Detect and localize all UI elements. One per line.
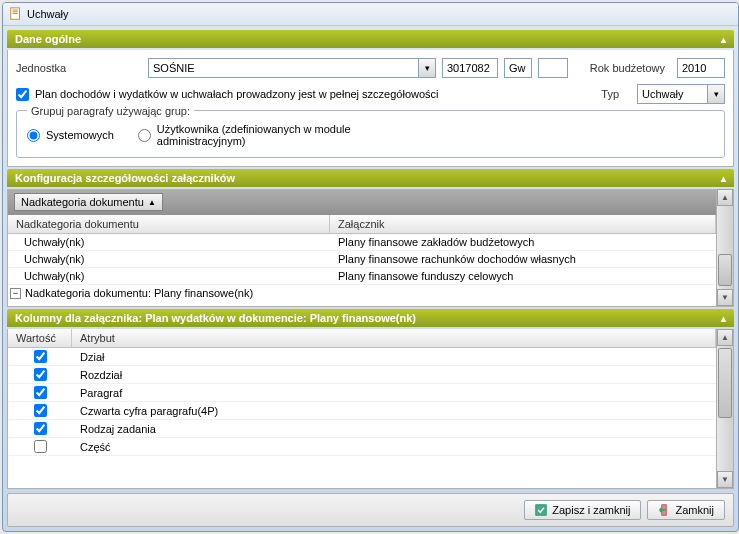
- close-icon: [658, 504, 670, 516]
- typ-input[interactable]: [637, 84, 707, 104]
- row-checkbox[interactable]: [34, 440, 47, 453]
- chevron-up-icon: ▴: [721, 34, 726, 45]
- svg-rect-4: [536, 505, 547, 516]
- table-row[interactable]: Rozdział: [8, 366, 716, 384]
- cell-attr: Rozdział: [72, 367, 716, 383]
- scroll-thumb[interactable]: [718, 254, 732, 286]
- cell-attr: Dział: [72, 349, 716, 365]
- chevron-up-icon: ▴: [721, 173, 726, 184]
- cell-nk: Uchwały(nk): [24, 270, 330, 282]
- footer: Zapisz i zamknij Zamknij: [7, 493, 734, 527]
- config-columns-header: Nadkategoria dokumentu Załącznik: [8, 215, 716, 234]
- radio-uzytkownika[interactable]: [138, 129, 151, 142]
- cell-nk: Uchwały(nk): [24, 253, 330, 265]
- scroll-thumb[interactable]: [718, 348, 732, 418]
- cell-attr: Czwarta cyfra paragrafu(4P): [72, 403, 716, 419]
- scroll-up-button[interactable]: ▲: [717, 329, 733, 346]
- config-rows: Uchwały(nk) Plany finansowe zakładów bud…: [8, 234, 716, 306]
- num3-input[interactable]: [538, 58, 568, 78]
- num1-input[interactable]: [442, 58, 498, 78]
- jednostka-dropdown-button[interactable]: ▾: [418, 58, 436, 78]
- cell-attr: Paragraf: [72, 385, 716, 401]
- collapse-icon[interactable]: −: [10, 288, 21, 299]
- group-row[interactable]: − Nadkategoria dokumentu: Plany finansow…: [8, 285, 716, 301]
- group-fieldset: Grupuj paragrafy używając grup: Systemow…: [16, 110, 725, 158]
- col-header-atrybut[interactable]: Atrybut: [72, 329, 716, 347]
- col-header-nadkategoria[interactable]: Nadkategoria dokumentu: [8, 215, 330, 233]
- sort-asc-icon: ▲: [148, 198, 156, 207]
- columns-grid: Wartość Atrybut Dział Rozdział Paragraf …: [7, 329, 734, 489]
- document-icon: [9, 7, 23, 21]
- cell-attr: Rodzaj zadania: [72, 421, 716, 437]
- group-by-bar[interactable]: Nadkategoria dokumentu ▲: [8, 189, 716, 215]
- scrollbar[interactable]: ▲ ▼: [716, 329, 733, 488]
- section-header-config[interactable]: Konfiguracja szczegółowości załączników …: [7, 169, 734, 187]
- chevron-up-icon: ▴: [721, 313, 726, 324]
- table-row[interactable]: Uchwały(nk) Plany finansowe rachunków do…: [8, 251, 716, 268]
- row-checkbox[interactable]: [34, 404, 47, 417]
- row-checkbox[interactable]: [34, 350, 47, 363]
- group-pill[interactable]: Nadkategoria dokumentu ▲: [14, 193, 163, 211]
- fieldset-legend: Grupuj paragrafy używając grup:: [27, 105, 194, 117]
- section-title-columns: Kolumny dla załącznika: Plan wydatków w …: [15, 312, 416, 324]
- num2-input[interactable]: [504, 58, 532, 78]
- jednostka-input[interactable]: [148, 58, 418, 78]
- col-header-zalacznik[interactable]: Załącznik: [330, 215, 716, 233]
- window: Uchwały Dane ogólne ▴ Jednostka ▾ Rok bu…: [2, 2, 739, 532]
- label-typ: Typ: [601, 88, 619, 100]
- cell-attr: Część: [72, 439, 716, 455]
- section-title-config: Konfiguracja szczegółowości załączników: [15, 172, 235, 184]
- save-icon: [535, 504, 547, 516]
- cell-nk: Uchwały(nk): [24, 236, 330, 248]
- table-row[interactable]: Część: [8, 438, 716, 456]
- scroll-up-button[interactable]: ▲: [717, 189, 733, 206]
- row-checkbox[interactable]: [34, 386, 47, 399]
- scroll-track[interactable]: [717, 346, 733, 471]
- group-row-label: Nadkategoria dokumentu: Plany finansowe(…: [25, 287, 253, 299]
- rok-input[interactable]: [677, 58, 725, 78]
- plan-checkbox-label: Plan dochodów i wydatków w uchwałach pro…: [35, 88, 439, 100]
- radio-uzytkownika-label: Użytkownika (zdefiniowanych w module adm…: [157, 123, 377, 147]
- table-row[interactable]: Dział: [8, 348, 716, 366]
- row-checkbox[interactable]: [34, 422, 47, 435]
- group-pill-label: Nadkategoria dokumentu: [21, 196, 144, 208]
- table-row[interactable]: Uchwały(nk) Plany finansowe funduszy cel…: [8, 268, 716, 285]
- svg-rect-1: [13, 10, 18, 11]
- label-rok: Rok budżetowy: [590, 62, 665, 74]
- section-header-general[interactable]: Dane ogólne ▴: [7, 30, 734, 48]
- section-body-general: Jednostka ▾ Rok budżetowy Plan dochodów …: [7, 50, 734, 167]
- section-header-columns[interactable]: Kolumny dla załącznika: Plan wydatków w …: [7, 309, 734, 327]
- close-button[interactable]: Zamknij: [647, 500, 725, 520]
- scroll-down-button[interactable]: ▼: [717, 471, 733, 488]
- scrollbar[interactable]: ▲ ▼: [716, 189, 733, 306]
- columns-header: Wartość Atrybut: [8, 329, 716, 348]
- config-grid: Nadkategoria dokumentu ▲ Nadkategoria do…: [7, 189, 734, 307]
- cell-zl: Plany finansowe zakładów budżetowych: [330, 236, 716, 248]
- table-row[interactable]: Uchwały(nk) Plany finansowe zakładów bud…: [8, 234, 716, 251]
- typ-dropdown[interactable]: ▾: [637, 84, 725, 104]
- save-and-close-button[interactable]: Zapisz i zamknij: [524, 500, 641, 520]
- radio-systemowych-label: Systemowych: [46, 129, 114, 141]
- jednostka-dropdown[interactable]: ▾: [148, 58, 436, 78]
- radio-systemowych[interactable]: [27, 129, 40, 142]
- scroll-down-button[interactable]: ▼: [717, 289, 733, 306]
- svg-rect-2: [13, 11, 18, 12]
- columns-rows: Dział Rozdział Paragraf Czwarta cyfra pa…: [8, 348, 716, 456]
- section-title-general: Dane ogólne: [15, 33, 81, 45]
- close-button-label: Zamknij: [675, 504, 714, 516]
- row-checkbox[interactable]: [34, 368, 47, 381]
- cell-zl: Plany finansowe rachunków dochodów własn…: [330, 253, 716, 265]
- cell-zl: Plany finansowe funduszy celowych: [330, 270, 716, 282]
- label-jednostka: Jednostka: [16, 62, 142, 74]
- titlebar: Uchwały: [3, 3, 738, 26]
- typ-dropdown-button[interactable]: ▾: [707, 84, 725, 104]
- table-row[interactable]: Czwarta cyfra paragrafu(4P): [8, 402, 716, 420]
- content: Dane ogólne ▴ Jednostka ▾ Rok budżetowy: [3, 26, 738, 489]
- save-button-label: Zapisz i zamknij: [552, 504, 630, 516]
- scroll-track[interactable]: [717, 206, 733, 289]
- table-row[interactable]: Rodzaj zadania: [8, 420, 716, 438]
- col-header-wartosc[interactable]: Wartość: [8, 329, 72, 347]
- plan-checkbox[interactable]: [16, 88, 29, 101]
- window-title: Uchwały: [27, 8, 69, 20]
- table-row[interactable]: Paragraf: [8, 384, 716, 402]
